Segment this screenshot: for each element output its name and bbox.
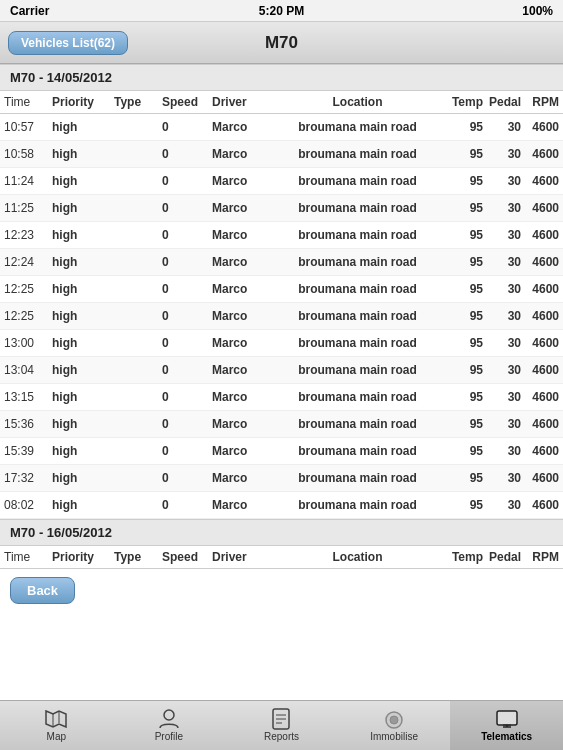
back-button[interactable]: Back: [10, 577, 75, 604]
vehicles-list-button[interactable]: Vehicles List(62): [8, 31, 128, 55]
section2-header: M70 - 16/05/2012: [0, 519, 563, 546]
cell-pedal: 30: [483, 147, 521, 161]
cell-rpm: 4600: [521, 120, 559, 134]
cell-time: 15:36: [4, 417, 52, 431]
col-rpm-header-2: RPM: [521, 550, 559, 564]
cell-priority: high: [52, 417, 114, 431]
cell-temp: 95: [445, 228, 483, 242]
cell-pedal: 30: [483, 201, 521, 215]
cell-priority: high: [52, 120, 114, 134]
cell-rpm: 4600: [521, 228, 559, 242]
cell-time: 13:00: [4, 336, 52, 350]
table-row: 10:58 high 0 Marco broumana main road 95…: [0, 141, 563, 168]
table-row: 17:32 high 0 Marco broumana main road 95…: [0, 465, 563, 492]
table-row: 11:25 high 0 Marco broumana main road 95…: [0, 195, 563, 222]
cell-type: [114, 498, 162, 512]
cell-priority: high: [52, 282, 114, 296]
time-label: 5:20 PM: [259, 4, 304, 18]
tab-telematics[interactable]: Telematics: [450, 701, 563, 750]
cell-location: broumana main road: [270, 417, 445, 431]
cell-priority: high: [52, 228, 114, 242]
cell-speed: 0: [162, 282, 212, 296]
cell-time: 13:04: [4, 363, 52, 377]
tab-telematics-label: Telematics: [481, 731, 532, 742]
cell-rpm: 4600: [521, 444, 559, 458]
cell-speed: 0: [162, 255, 212, 269]
cell-speed: 0: [162, 120, 212, 134]
cell-driver: Marco: [212, 120, 270, 134]
cell-time: 12:25: [4, 309, 52, 323]
cell-priority: high: [52, 471, 114, 485]
cell-speed: 0: [162, 174, 212, 188]
table-row: 12:25 high 0 Marco broumana main road 95…: [0, 276, 563, 303]
col-temp-header-1: Temp: [445, 95, 483, 109]
col-pedal-header-2: Pedal: [483, 550, 521, 564]
col-driver-header-2: Driver: [212, 550, 270, 564]
tab-immobilise[interactable]: Immobilise: [338, 701, 451, 750]
cell-priority: high: [52, 309, 114, 323]
table-row: 12:25 high 0 Marco broumana main road 95…: [0, 303, 563, 330]
svg-point-6: [390, 716, 398, 724]
cell-temp: 95: [445, 147, 483, 161]
cell-time: 12:24: [4, 255, 52, 269]
cell-location: broumana main road: [270, 336, 445, 350]
cell-temp: 95: [445, 471, 483, 485]
table-row: 10:57 high 0 Marco broumana main road 95…: [0, 114, 563, 141]
cell-speed: 0: [162, 444, 212, 458]
cell-temp: 95: [445, 363, 483, 377]
content-area: M70 - 14/05/2012 Time Priority Type Spee…: [0, 64, 563, 700]
cell-rpm: 4600: [521, 498, 559, 512]
cell-type: [114, 282, 162, 296]
cell-location: broumana main road: [270, 201, 445, 215]
tab-reports[interactable]: Reports: [225, 701, 338, 750]
cell-rpm: 4600: [521, 471, 559, 485]
cell-rpm: 4600: [521, 417, 559, 431]
cell-rpm: 4600: [521, 390, 559, 404]
cell-location: broumana main road: [270, 390, 445, 404]
table-header-1: Time Priority Type Speed Driver Location…: [0, 91, 563, 114]
cell-priority: high: [52, 363, 114, 377]
table-body-1: 10:57 high 0 Marco broumana main road 95…: [0, 114, 563, 519]
cell-driver: Marco: [212, 471, 270, 485]
tab-map[interactable]: Map: [0, 701, 113, 750]
cell-speed: 0: [162, 336, 212, 350]
table-row: 13:00 high 0 Marco broumana main road 95…: [0, 330, 563, 357]
cell-pedal: 30: [483, 390, 521, 404]
cell-pedal: 30: [483, 174, 521, 188]
reports-icon: [269, 709, 293, 729]
cell-rpm: 4600: [521, 309, 559, 323]
cell-rpm: 4600: [521, 174, 559, 188]
cell-pedal: 30: [483, 417, 521, 431]
tab-reports-label: Reports: [264, 731, 299, 742]
cell-type: [114, 228, 162, 242]
cell-priority: high: [52, 390, 114, 404]
tab-profile[interactable]: Profile: [113, 701, 226, 750]
cell-time: 11:25: [4, 201, 52, 215]
cell-type: [114, 336, 162, 350]
cell-speed: 0: [162, 471, 212, 485]
cell-location: broumana main road: [270, 309, 445, 323]
cell-location: broumana main road: [270, 498, 445, 512]
cell-temp: 95: [445, 444, 483, 458]
col-priority-header-2: Priority: [52, 550, 114, 564]
cell-type: [114, 201, 162, 215]
cell-rpm: 4600: [521, 255, 559, 269]
cell-location: broumana main road: [270, 444, 445, 458]
cell-priority: high: [52, 498, 114, 512]
cell-rpm: 4600: [521, 282, 559, 296]
svg-point-0: [164, 710, 174, 720]
cell-pedal: 30: [483, 255, 521, 269]
cell-speed: 0: [162, 309, 212, 323]
cell-rpm: 4600: [521, 336, 559, 350]
cell-speed: 0: [162, 417, 212, 431]
cell-priority: high: [52, 147, 114, 161]
col-speed-header-2: Speed: [162, 550, 212, 564]
cell-driver: Marco: [212, 363, 270, 377]
cell-time: 17:32: [4, 471, 52, 485]
cell-driver: Marco: [212, 498, 270, 512]
cell-type: [114, 417, 162, 431]
cell-type: [114, 363, 162, 377]
cell-rpm: 4600: [521, 363, 559, 377]
cell-type: [114, 309, 162, 323]
cell-pedal: 30: [483, 282, 521, 296]
